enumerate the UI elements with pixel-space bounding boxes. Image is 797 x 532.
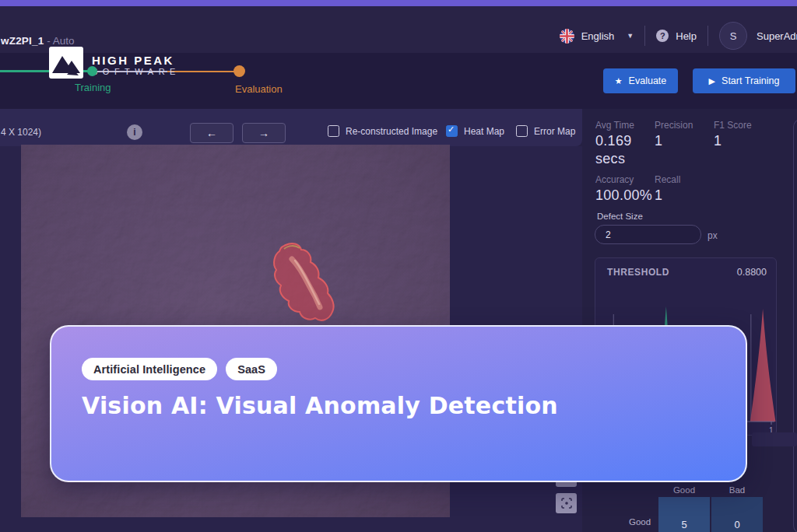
avg-time-value: 0.169 <box>595 133 632 149</box>
avg-time-unit: secs <box>595 151 625 167</box>
user-menu[interactable]: S SuperAdmin <box>719 22 797 50</box>
focus-icon <box>561 498 572 509</box>
banner-tags: Artificial Intelligence SaaS <box>82 358 277 380</box>
table-row-good: Good <box>629 517 651 527</box>
accuracy-label: Accuracy <box>595 174 634 185</box>
star-icon: ★ <box>615 76 623 86</box>
f1-score-label: F1 Score <box>714 120 752 131</box>
arrow-right-icon: → <box>258 127 269 139</box>
checkbox-reconstructed-image[interactable]: Re-constructed Image <box>328 125 437 137</box>
language-label: English <box>581 30 615 42</box>
step-label-evaluation: Evaluation <box>235 83 283 95</box>
evaluate-button[interactable]: ★ Evaluate <box>603 68 678 93</box>
step-label-training: Training <box>75 82 111 93</box>
app-root: wZ2PI_1 - Auto English ▼ ? <box>0 0 797 532</box>
table-col-bad: Bad <box>711 485 763 495</box>
training-step-dot <box>87 66 97 76</box>
logo-text-line2: SOFTWARE <box>92 67 181 76</box>
divider <box>707 26 708 46</box>
recall-value: 1 <box>655 187 662 204</box>
panel-fragment <box>752 432 797 446</box>
tag-artificial-intelligence: Artificial Intelligence <box>82 358 217 380</box>
help-label: Help <box>676 30 697 42</box>
language-selector[interactable]: English ▼ <box>560 29 634 44</box>
avg-time-label: Avg Time <box>595 120 634 131</box>
reset-view-button[interactable] <box>556 493 577 513</box>
header-actions: English ▼ ? Help S SuperAdmin <box>560 22 797 50</box>
highpeak-logo-icon <box>49 47 83 79</box>
defect-size-unit: px <box>707 230 718 241</box>
previous-image-button[interactable]: ← <box>190 123 233 143</box>
table-cell-good-bad: 0 <box>711 497 763 532</box>
checkbox-error-map[interactable]: Error Map <box>516 125 575 137</box>
next-image-button[interactable]: → <box>242 123 286 143</box>
threshold-title: THRESHOLD <box>607 267 669 278</box>
tag-saas: SaaS <box>226 358 277 380</box>
checkbox-box-checked <box>446 125 458 137</box>
divider <box>644 26 645 46</box>
checkbox-heat-map[interactable]: Heat Map <box>446 125 504 137</box>
recall-label: Recall <box>655 174 680 185</box>
help-button[interactable]: ? Help <box>656 30 697 42</box>
logo-text-line1: HIGH PEAK <box>92 54 174 67</box>
f1-score-value: 1 <box>714 133 722 149</box>
banner-title: Vision AI: Visual Anomaly Detection <box>82 392 558 419</box>
chevron-down-icon: ▼ <box>627 32 634 40</box>
play-icon: ▶ <box>709 76 715 86</box>
checkbox-box <box>328 125 339 137</box>
accuracy-value: 100.00% <box>595 187 652 204</box>
username: SuperAdmin <box>757 30 797 42</box>
image-resolution-label: 4 X 1024) <box>1 127 41 138</box>
uk-flag-icon <box>560 29 574 44</box>
info-icon[interactable]: i <box>127 124 142 140</box>
start-training-button[interactable]: ▶ Start Training <box>693 68 795 93</box>
right-edge-panel <box>793 119 797 532</box>
project-breadcrumb: wZ2PI_1 - Auto <box>1 35 74 47</box>
evaluation-step-dot <box>233 65 245 77</box>
table-col-good: Good <box>658 485 710 495</box>
avatar: S <box>719 22 747 50</box>
top-accent-bar <box>0 0 797 6</box>
precision-value: 1 <box>655 133 662 149</box>
question-icon: ? <box>656 30 669 42</box>
checkbox-box <box>516 125 528 137</box>
arrow-left-icon: ← <box>206 127 217 139</box>
defect-size-input[interactable] <box>595 225 701 244</box>
threshold-value: 0.8800 <box>737 267 767 278</box>
defect-size-label: Defect Size <box>597 212 643 221</box>
precision-label: Precision <box>655 120 693 131</box>
table-cell-good-good: 5 <box>658 497 710 532</box>
top-header: wZ2PI_1 - Auto English ▼ ? <box>0 6 797 53</box>
banner-card: Artificial Intelligence SaaS Vision AI: … <box>50 325 747 482</box>
project-mode: - Auto <box>44 35 74 47</box>
project-id: wZ2PI_1 <box>1 35 44 47</box>
